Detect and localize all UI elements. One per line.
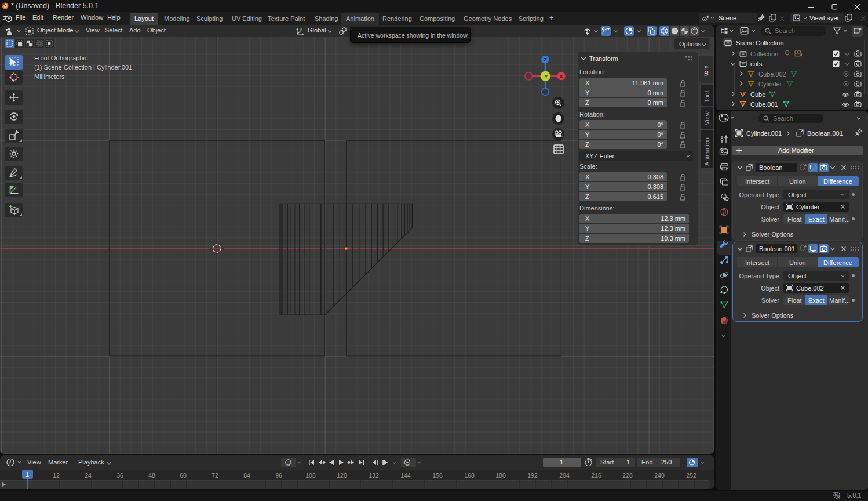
svg-text:-Y: -Y: [543, 74, 548, 79]
svg-text:X: X: [560, 74, 563, 79]
svg-text:Z: Z: [544, 57, 547, 63]
